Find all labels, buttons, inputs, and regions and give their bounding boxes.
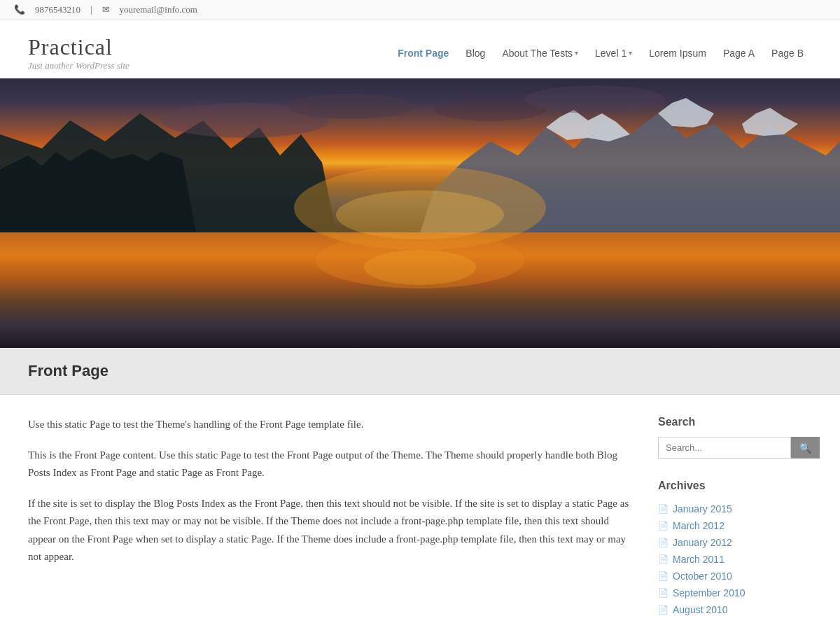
file-icon: 📄 [658,571,668,582]
site-tagline: Just another WordPress site [28,60,130,71]
list-item: 📄 September 2010 [658,584,812,601]
nav-page-b[interactable]: Page B [763,43,812,63]
search-heading: Search [658,416,812,428]
main-layout: Use this static Page to test the Theme's… [0,395,840,630]
separator: | [90,4,92,15]
nav-blog[interactable]: Blog [457,43,493,63]
search-icon: 🔍 [799,442,811,454]
file-icon: 📄 [658,504,668,514]
search-input[interactable] [658,437,791,458]
archive-link-jan2015[interactable]: January 2015 [673,503,732,514]
page-title-bar: Front Page [0,348,840,395]
list-item: 📄 March 2012 [658,517,812,534]
svg-marker-3 [0,148,196,232]
list-item: 📄 January 2015 [658,500,812,517]
main-content: Use this static Page to test the Theme's… [28,416,630,618]
search-box: 🔍 [658,437,812,458]
phone-number: 9876543210 [35,4,80,15]
nav-front-page[interactable]: Front Page [389,43,457,63]
content-paragraph-3: If the site is set to display the Blog P… [28,495,630,566]
archive-link-aug2010[interactable]: August 2010 [673,604,728,615]
file-icon: 📄 [658,538,668,548]
nav-level1[interactable]: Level 1 ▾ [587,43,640,63]
chevron-down-icon: ▾ [629,49,632,57]
archive-link-jan2012[interactable]: January 2012 [673,537,732,548]
list-item: 📄 January 2012 [658,534,812,551]
svg-point-14 [287,94,413,119]
email-icon: ✉ [102,4,110,15]
svg-point-16 [525,85,665,113]
page-title: Front Page [28,362,812,380]
hero-image [0,78,840,348]
search-button[interactable]: 🔍 [791,437,820,458]
site-title[interactable]: Practical [28,34,130,60]
archive-link-mar2011[interactable]: March 2011 [673,554,724,565]
list-item: 📄 March 2011 [658,551,812,568]
archive-link-oct2010[interactable]: October 2010 [673,570,732,582]
email-address: youremail@info.com [120,4,197,15]
list-item: 📄 October 2010 [658,568,812,584]
file-icon: 📄 [658,554,668,565]
file-icon: 📄 [658,588,668,598]
archive-link-mar2012[interactable]: March 2012 [673,520,724,531]
site-title-area: Practical Just another WordPress site [28,34,130,71]
sidebar: Search 🔍 Archives 📄 January 2015 📄 [658,416,812,618]
chevron-down-icon: ▾ [575,49,578,57]
file-icon: 📄 [658,605,668,615]
nav-about-tests[interactable]: About The Tests ▾ [493,43,587,63]
site-header: Practical Just another WordPress site Fr… [0,20,840,78]
phone-icon: 📞 [14,4,25,15]
nav-page-a[interactable]: Page A [715,43,763,63]
archives-heading: Archives [658,479,812,492]
file-icon: 📄 [658,521,668,531]
archive-link-sep2010[interactable]: September 2010 [673,587,746,598]
list-item: 📄 August 2010 [658,601,812,618]
nav-lorem-ipsum[interactable]: Lorem Ipsum [640,43,715,63]
content-paragraph-1: Use this static Page to test the Theme's… [28,416,630,434]
content-paragraph-2: This is the Front Page content. Use this… [28,447,630,482]
topbar: 📞 9876543210 | ✉ youremail@info.com [0,0,840,20]
archive-list: 📄 January 2015 📄 March 2012 📄 January 20… [658,500,812,618]
svg-point-11 [364,250,476,285]
archives-section: Archives 📄 January 2015 📄 March 2012 📄 J… [658,479,812,618]
main-nav: Front Page Blog About The Tests ▾ Level … [389,43,812,63]
content-wrapper: Front Page Use this static Page to test … [0,348,840,630]
